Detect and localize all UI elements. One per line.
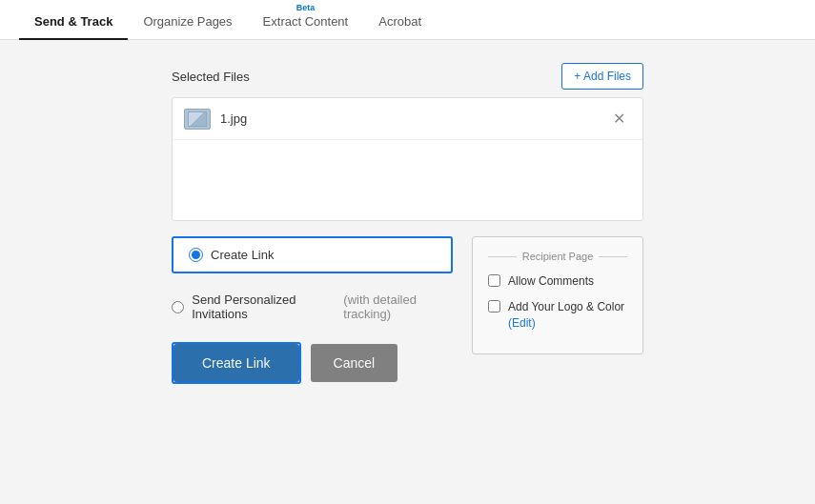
files-box: 1.jpg ✕	[172, 97, 643, 221]
link-options: Create Link Send Personalized Invitation…	[172, 236, 453, 331]
recipient-panel-title: Recipient Page	[488, 251, 627, 262]
logo-color-checkbox[interactable]	[488, 300, 500, 312]
create-link-button-wrapper: Create Link	[172, 342, 301, 384]
tab-send-track[interactable]: Send & Track	[19, 5, 128, 40]
create-link-button[interactable]: Create Link	[173, 344, 299, 382]
cancel-button[interactable]: Cancel	[311, 344, 398, 382]
logo-color-label: Add Your Logo & Color (Edit)	[508, 299, 624, 332]
send-invitations-label: Send Personalized Invitations	[192, 292, 336, 321]
recipient-title-text: Recipient Page	[522, 251, 594, 262]
action-buttons: Create Link Cancel	[172, 342, 453, 384]
tab-acrobat[interactable]: Acrobat	[363, 5, 437, 40]
main-content: Selected Files + Add Files 1.jpg ✕ Creat…	[0, 40, 815, 504]
tab-organize-pages-label: Organize Pages	[143, 14, 232, 29]
allow-comments-label: Allow Comments	[508, 273, 594, 290]
bottom-area: Create Link Send Personalized Invitation…	[172, 236, 643, 384]
send-invitations-radio[interactable]	[172, 300, 184, 314]
recipient-panel: Recipient Page Allow Comments Add Your L…	[472, 236, 643, 354]
tab-acrobat-label: Acrobat	[378, 14, 421, 29]
beta-badge: Beta	[296, 3, 316, 12]
file-icon-inner	[188, 111, 207, 127]
left-options: Create Link Send Personalized Invitation…	[172, 236, 453, 384]
tab-organize-pages[interactable]: Organize Pages	[128, 5, 247, 40]
logo-color-text: Add Your Logo & Color	[508, 300, 624, 313]
logo-color-option: Add Your Logo & Color (Edit)	[488, 299, 627, 332]
file-icon	[184, 109, 211, 130]
create-link-radio[interactable]	[189, 248, 203, 262]
edit-link[interactable]: (Edit)	[508, 316, 536, 330]
file-name: 1.jpg	[220, 111, 607, 126]
file-row: 1.jpg ✕	[173, 98, 642, 140]
tab-send-track-label: Send & Track	[34, 14, 112, 29]
create-link-option-box: Create Link	[172, 236, 453, 273]
file-remove-button[interactable]: ✕	[607, 108, 631, 130]
tab-extract-content-label: Extract Content	[263, 14, 349, 29]
selected-files-label: Selected Files	[172, 70, 250, 84]
create-link-radio-label: Create Link	[211, 248, 274, 262]
send-invitations-option: Send Personalized Invitations (with deta…	[172, 283, 453, 331]
selected-files-header: Selected Files + Add Files	[172, 63, 643, 90]
top-nav: Send & Track Organize Pages Beta Extract…	[0, 0, 815, 40]
tracking-note: (with detailed tracking)	[343, 292, 453, 321]
allow-comments-checkbox[interactable]	[488, 274, 500, 287]
allow-comments-option: Allow Comments	[488, 273, 627, 290]
add-files-button[interactable]: + Add Files	[561, 63, 643, 90]
tab-extract-content[interactable]: Beta Extract Content	[248, 0, 364, 40]
